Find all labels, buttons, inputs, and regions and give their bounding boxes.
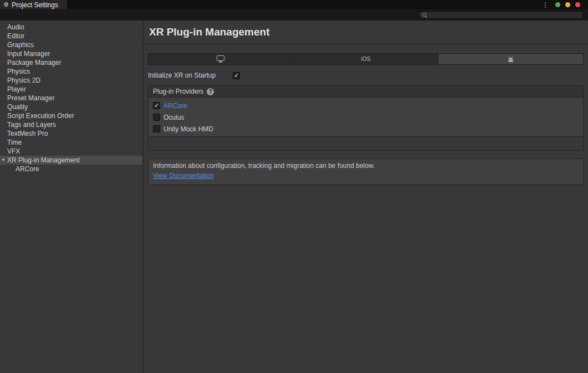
sidebar-item-label: Quality: [7, 103, 28, 111]
window-controls: ⋮: [542, 0, 580, 9]
sidebar-item-label: Script Execution Order: [7, 112, 74, 120]
gear-icon: ⚙: [3, 2, 9, 8]
window-titlebar: ⚙ Project Settings ⋮: [0, 0, 588, 9]
initialize-xr-label: Initialize XR on Startup: [148, 71, 233, 79]
sidebar-item-editor[interactable]: Editor: [0, 32, 142, 40]
sidebar-item-label: Time: [7, 139, 22, 146]
sidebar-item-audio[interactable]: Audio: [0, 23, 142, 32]
overflow-menu-icon[interactable]: ⋮: [542, 2, 549, 8]
android-icon: [507, 56, 514, 63]
sidebar-item-quality[interactable]: Quality: [0, 103, 142, 111]
sidebar-item-label: Physics: [7, 68, 30, 75]
provider-row-unity-mock-hmd: Unity Mock HMD: [149, 123, 583, 135]
sidebar-item-label: Tags and Layers: [7, 121, 56, 129]
initialize-xr-checkbox[interactable]: ✓: [233, 72, 240, 79]
sidebar-item-label: VFX: [7, 147, 20, 155]
sidebar-item-package-manager[interactable]: Package Manager: [0, 58, 142, 67]
provider-checkbox[interactable]: [153, 125, 160, 132]
sidebar-item-graphics[interactable]: Graphics: [0, 40, 142, 49]
sidebar-item-xr-plug-in-management[interactable]: ▼XR Plug-in Management: [0, 156, 142, 165]
plugin-providers-box: Plug-in Providers ? ✓ARCoreOculusUnity M…: [148, 85, 584, 151]
sidebar-item-script-execution-order[interactable]: Script Execution Order: [0, 111, 142, 120]
sidebar-list: AudioEditorGraphicsInput ManagerPackage …: [0, 23, 142, 173]
window-tab-title: Project Settings: [12, 1, 58, 9]
page-title: XR Plug-in Management: [149, 26, 584, 44]
sidebar-item-vfx[interactable]: VFX: [0, 147, 142, 156]
search-input[interactable]: [430, 12, 580, 18]
provider-list: ✓ARCoreOculusUnity Mock HMD: [149, 98, 583, 137]
tab-desktop[interactable]: [149, 54, 294, 64]
provider-row-arcore: ✓ARCore: [149, 100, 583, 111]
sidebar-item-arcore[interactable]: ARCore: [0, 165, 142, 173]
content-area: AudioEditorGraphicsInput ManagerPackage …: [0, 21, 588, 373]
sidebar-item-preset-manager[interactable]: Preset Manager: [0, 94, 142, 103]
tab-ios[interactable]: iOS: [294, 54, 439, 64]
provider-label: Oculus: [163, 114, 184, 121]
initialize-xr-row: Initialize XR on Startup ✓: [148, 71, 584, 79]
sidebar-item-label: Input Manager: [7, 50, 50, 58]
provider-row-oculus: Oculus: [149, 111, 583, 123]
window-maximize-button[interactable]: [565, 2, 570, 7]
foldout-triangle-icon[interactable]: ▼: [1, 156, 6, 165]
desktop-icon: [217, 55, 224, 63]
search-icon: [422, 13, 427, 18]
window-close-button[interactable]: [575, 2, 580, 7]
window-minimize-button[interactable]: [555, 2, 560, 7]
sidebar-item-label: Preset Manager: [7, 94, 54, 102]
provider-checkbox[interactable]: ✓: [153, 102, 160, 109]
sidebar-item-label: Audio: [7, 23, 24, 31]
info-box: Information about configuration, trackin…: [148, 159, 584, 185]
sidebar-item-label: Graphics: [7, 41, 34, 49]
sidebar-item-label: Physics 2D: [7, 76, 40, 84]
provider-label: ARCore: [163, 102, 187, 110]
sidebar-item-label: TextMesh Pro: [7, 130, 48, 137]
provider-box-footer: [149, 137, 583, 150]
sidebar-item-physics[interactable]: Physics: [0, 67, 142, 76]
title-divider: [144, 44, 588, 44]
platform-tabbar: iOS: [148, 53, 584, 65]
sidebar-item-input-manager[interactable]: Input Manager: [0, 49, 142, 58]
plugin-providers-header: Plug-in Providers ?: [149, 86, 583, 98]
sidebar-item-label: Player: [7, 85, 26, 93]
project-settings-window-tab[interactable]: ⚙ Project Settings: [0, 0, 67, 9]
provider-checkbox[interactable]: [153, 114, 160, 121]
tab-ios-label: iOS: [361, 56, 371, 62]
sidebar-item-label: Editor: [7, 32, 24, 40]
help-icon[interactable]: ?: [207, 88, 214, 95]
main-panel: XR Plug-in Management iOS: [144, 21, 588, 373]
info-text: Information about configuration, trackin…: [153, 162, 579, 170]
plugin-providers-title: Plug-in Providers: [153, 88, 203, 95]
sidebar-item-physics-2d[interactable]: Physics 2D: [0, 76, 142, 85]
sidebar-item-tags-and-layers[interactable]: Tags and Layers: [0, 120, 142, 129]
search-box[interactable]: [418, 11, 584, 19]
sidebar-item-label: Package Manager: [7, 59, 61, 67]
tab-android[interactable]: [438, 54, 583, 64]
sidebar-item-time[interactable]: Time: [0, 138, 142, 147]
sidebar-item-label: ARCore: [16, 165, 39, 173]
provider-label: Unity Mock HMD: [163, 125, 213, 133]
view-documentation-link[interactable]: View Documentation: [153, 172, 214, 180]
sidebar-item-label: XR Plug-in Management: [7, 156, 80, 164]
settings-sidebar: AudioEditorGraphicsInput ManagerPackage …: [0, 21, 144, 373]
settings-toolbar: [0, 9, 588, 21]
sidebar-item-textmesh-pro[interactable]: TextMesh Pro: [0, 129, 142, 138]
sidebar-item-player[interactable]: Player: [0, 85, 142, 94]
